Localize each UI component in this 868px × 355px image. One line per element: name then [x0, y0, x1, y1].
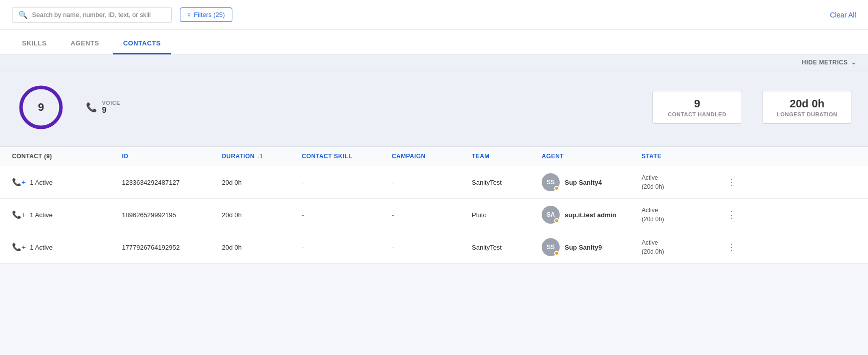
state-line1-3: Active	[642, 238, 722, 247]
agent-status-dot-3	[554, 251, 559, 256]
state-cell-3: Active (20d 0h)	[642, 238, 722, 256]
th-duration-label: DURATION	[222, 153, 255, 160]
metrics-section: 9 📞 VOICE 9 9 CONTACT HANDLED 20d 0h LON…	[0, 70, 868, 147]
skill-cell-1: -	[302, 179, 392, 186]
call-incoming-icon: 📞+	[12, 178, 26, 187]
filter-button[interactable]: ▿ Filters (25)	[180, 7, 232, 22]
team-cell-2: Pluto	[472, 211, 542, 219]
id-cell-2: 189626529992195	[122, 211, 222, 219]
contact-cell-3: 📞+ 1 Active	[12, 243, 122, 252]
avatar-initials-3: SS	[547, 244, 555, 251]
team-cell-1: SanityTest	[472, 179, 542, 186]
filter-label: Filters (25)	[194, 11, 225, 18]
duration-cell-3: 20d 0h	[222, 244, 302, 251]
state-line2-2: (20d 0h)	[642, 215, 722, 224]
search-wrapper: 🔍	[12, 7, 172, 23]
contact-cell-2: 📞+ 1 Active	[12, 210, 122, 219]
campaign-cell-2: -	[392, 211, 472, 219]
search-icon: 🔍	[18, 10, 28, 19]
contacts-table: CONTACT (9) ID DURATION ↓1 CONTACT SKILL…	[0, 147, 868, 264]
more-button-3[interactable]: ⋮	[722, 240, 742, 255]
table-row: 📞+ 1 Active 189626529992195 20d 0h - - P…	[0, 199, 868, 231]
avatar-3: SS	[542, 238, 560, 256]
th-state: STATE	[642, 153, 722, 160]
more-button-2[interactable]: ⋮	[722, 207, 742, 222]
voice-count: 9	[102, 106, 120, 115]
contact-handled-number: 9	[665, 97, 730, 110]
tabs-bar: SKILLS AGENTS CONTACTS	[0, 30, 868, 55]
th-contact-skill: CONTACT SKILL	[302, 153, 392, 160]
state-cell-2: Active (20d 0h)	[642, 206, 722, 224]
donut-chart: 9	[16, 82, 66, 132]
th-team: TEAM	[472, 153, 542, 160]
avatar-initials-2: SA	[547, 211, 555, 218]
contact-handled-card: 9 CONTACT HANDLED	[652, 91, 742, 124]
sort-icon: ↓1	[257, 153, 263, 159]
more-button-1[interactable]: ⋮	[722, 175, 742, 190]
th-agent: AGENT	[542, 153, 642, 160]
state-line2-3: (20d 0h)	[642, 247, 722, 256]
avatar-initials-1: SS	[547, 179, 555, 186]
agent-cell-2: SA sup.it.test admin	[542, 206, 642, 224]
longest-duration-card: 20d 0h LONGEST DURATION	[762, 91, 852, 124]
avatar-1: SS	[542, 173, 560, 191]
th-campaign: CAMPAIGN	[392, 153, 472, 160]
duration-cell-2: 20d 0h	[222, 211, 302, 219]
filter-icon: ▿	[187, 11, 191, 18]
chevron-down-icon: ⌄	[851, 59, 857, 66]
contact-label-2: 1 Active	[30, 211, 53, 219]
state-line1-1: Active	[642, 173, 722, 182]
table-row: 📞+ 1 Active 1777926764192952 20d 0h - - …	[0, 231, 868, 264]
hide-metrics-label: HIDE METRICS	[802, 59, 848, 66]
campaign-cell-3: -	[392, 244, 472, 251]
agent-name-2: sup.it.test admin	[565, 211, 616, 219]
agent-name-1: Sup Sanity4	[565, 179, 602, 186]
campaign-cell-1: -	[392, 179, 472, 186]
metrics-header: HIDE METRICS ⌄	[0, 55, 868, 70]
th-duration[interactable]: DURATION ↓1	[222, 153, 302, 160]
state-cell-1: Active (20d 0h)	[642, 173, 722, 191]
table-row: 📞+ 1 Active 1233634292487127 20d 0h - - …	[0, 166, 868, 199]
search-input[interactable]	[32, 11, 165, 18]
tab-contacts[interactable]: CONTACTS	[113, 32, 170, 54]
th-contact: CONTACT (9)	[12, 153, 122, 160]
clear-all-button[interactable]: Clear All	[830, 11, 856, 19]
voice-info: VOICE 9	[102, 100, 120, 115]
contact-handled-label: CONTACT HANDLED	[665, 111, 730, 117]
voice-label: VOICE	[102, 100, 120, 106]
top-bar-left: 🔍 ▿ Filters (25)	[12, 7, 232, 23]
agent-cell-3: SS Sup Sanity9	[542, 238, 642, 256]
avatar-2: SA	[542, 206, 560, 224]
tab-agents[interactable]: AGENTS	[60, 32, 109, 54]
table-header: CONTACT (9) ID DURATION ↓1 CONTACT SKILL…	[0, 147, 868, 166]
agent-status-dot-2	[554, 218, 559, 223]
voice-metric: 📞 VOICE 9	[86, 100, 120, 115]
contact-label-1: 1 Active	[30, 179, 53, 186]
call-incoming-icon: 📞+	[12, 243, 26, 252]
id-cell-1: 1233634292487127	[122, 179, 222, 186]
agent-cell-1: SS Sup Sanity4	[542, 173, 642, 191]
contact-label-3: 1 Active	[30, 244, 53, 251]
contact-cell-1: 📞+ 1 Active	[12, 178, 122, 187]
call-incoming-icon: 📞+	[12, 210, 26, 219]
skill-cell-2: -	[302, 211, 392, 219]
donut-number: 9	[38, 101, 44, 114]
top-bar: 🔍 ▿ Filters (25) Clear All	[0, 0, 868, 30]
agent-name-3: Sup Sanity9	[565, 244, 602, 251]
agent-status-dot-1	[554, 186, 559, 191]
th-id: ID	[122, 153, 222, 160]
duration-cell-1: 20d 0h	[222, 179, 302, 186]
longest-duration-number: 20d 0h	[775, 97, 840, 110]
team-cell-3: SanityTest	[472, 244, 542, 251]
longest-duration-label: LONGEST DURATION	[775, 111, 840, 117]
th-actions	[722, 153, 742, 160]
skill-cell-3: -	[302, 244, 392, 251]
hide-metrics-button[interactable]: HIDE METRICS ⌄	[802, 59, 856, 66]
tab-skills[interactable]: SKILLS	[12, 32, 56, 54]
id-cell-3: 1777926764192952	[122, 244, 222, 251]
state-line1-2: Active	[642, 206, 722, 215]
voice-icon: 📞	[86, 102, 97, 113]
state-line2-1: (20d 0h)	[642, 182, 722, 191]
